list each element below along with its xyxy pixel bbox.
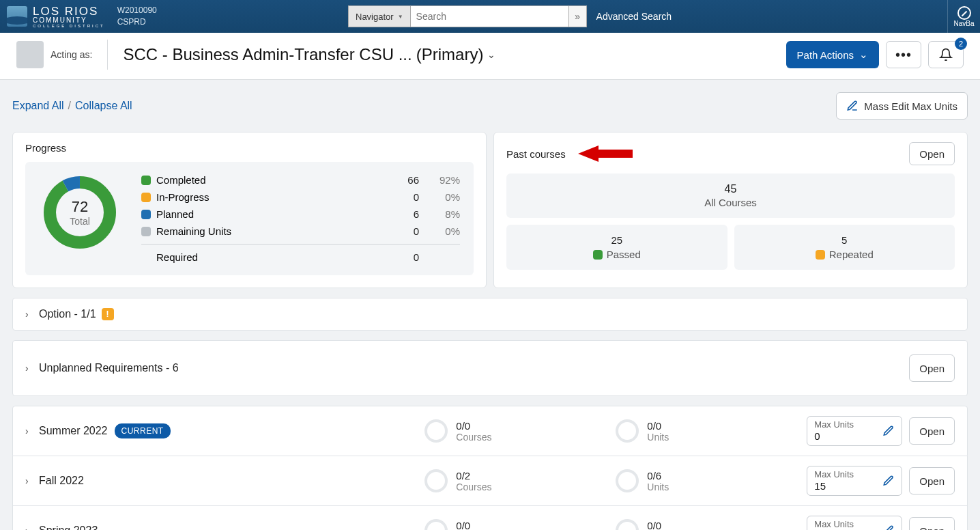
passed-label: Passed <box>607 249 641 260</box>
legend-dot-icon <box>141 176 151 185</box>
pencil-icon <box>882 525 895 530</box>
max-units-field[interactable]: Max Units0 <box>807 416 902 446</box>
section-option-title: Option - 1/1 <box>39 308 96 320</box>
legend-dot-icon <box>816 250 825 260</box>
chevron-right-icon: › <box>25 309 39 320</box>
progress-row-remaining: Remaining Units 0 0% <box>141 223 460 240</box>
past-courses-open-button[interactable]: Open <box>909 142 955 165</box>
progress-row-inprogress: In-Progress 0 0% <box>141 189 460 206</box>
advanced-search-link[interactable]: Advanced Search <box>596 11 672 22</box>
navigator-label: Navigator <box>356 12 394 22</box>
term-units-metric: 0/6Units <box>616 469 807 492</box>
logo-line1: LOS RIOS <box>33 5 105 17</box>
past-courses-title: Past courses <box>506 148 566 160</box>
term-courses-metric: 0/2Courses <box>424 469 616 492</box>
path-actions-button[interactable]: Path Actions ⌄ <box>786 41 879 68</box>
section-option[interactable]: › Option - 1/1 ! <box>12 298 968 331</box>
unplanned-open-button[interactable]: Open <box>909 354 955 382</box>
global-search-input[interactable] <box>411 5 569 27</box>
progress-row-completed: Completed 66 92% <box>141 171 460 189</box>
svg-marker-3 <box>578 145 633 162</box>
chevron-right-icon: › <box>25 475 39 486</box>
progress-circle-icon <box>424 419 448 443</box>
term-open-button[interactable]: Open <box>909 417 955 445</box>
page-title-suffix: (Primary) <box>416 45 484 64</box>
legend-dot-icon <box>141 193 151 202</box>
collapse-all-link[interactable]: Collapse All <box>75 100 132 112</box>
past-courses-repeated-tile[interactable]: 5 Repeated <box>734 225 955 270</box>
caret-down-icon: ▼ <box>398 14 403 20</box>
progress-circle-icon <box>616 419 639 443</box>
donut-total-value: 72 <box>70 198 90 216</box>
legend-dot-icon <box>141 210 151 219</box>
global-topbar: LOS RIOS COMMUNITY COLLEGE DISTRICT W201… <box>0 0 980 33</box>
progress-card: Progress 72 Total Compl <box>12 132 487 288</box>
logo-mark-icon <box>7 6 27 27</box>
chevron-right-icon: › <box>25 426 39 436</box>
past-courses-card: Past courses Open 45 All Courses 25 Pass… <box>493 132 968 288</box>
bell-icon <box>939 48 953 61</box>
max-units-field[interactable]: Max Units15 <box>807 466 902 496</box>
callout-arrow-icon <box>578 144 633 163</box>
brand-logo: LOS RIOS COMMUNITY COLLEGE DISTRICT <box>0 5 105 28</box>
all-courses-count: 45 <box>516 183 945 195</box>
logo-line2: COMMUNITY <box>33 17 105 24</box>
term-row-fall-2022[interactable]: › Fall 2022 0/2Courses 0/6Units Max Unit… <box>12 456 968 506</box>
mass-edit-label: Mass Edit Max Units <box>864 100 957 112</box>
avatar <box>16 41 44 68</box>
term-row-summer-2022[interactable]: › Summer 2022 CURRENT 0/0Courses 0/0Unit… <box>12 406 968 456</box>
warning-badge-icon: ! <box>102 308 114 320</box>
expand-all-link[interactable]: Expand All <box>12 100 64 112</box>
pencil-icon <box>882 425 895 437</box>
progress-circle-icon <box>616 469 639 492</box>
term-courses-metric: 0/0Courses <box>424 519 616 530</box>
term-row-spring-2023[interactable]: › Spring 2023 0/0Courses 0/0Units Max Un… <box>12 506 968 530</box>
env-code: W2010090 <box>117 5 157 16</box>
pencil-icon <box>882 475 895 487</box>
logo-line3: COLLEGE DISTRICT <box>33 24 105 28</box>
toolbar-row: Expand All / Collapse All Mass Edit Max … <box>12 92 968 120</box>
progress-row-required: Required 0 <box>141 244 460 266</box>
acting-as-label: Acting as: <box>51 49 92 61</box>
repeated-count: 5 <box>744 234 946 246</box>
navigator-button[interactable]: Navigator ▼ <box>348 5 411 27</box>
progress-circle-icon <box>424 519 448 530</box>
progress-circle-icon <box>424 469 448 492</box>
all-courses-label: All Courses <box>516 197 945 208</box>
section-unplanned-title: Unplanned Requirements - 6 <box>39 362 179 374</box>
chevrons-right-icon: » <box>575 11 580 22</box>
legend-dot-icon <box>141 227 151 236</box>
max-units-field[interactable]: Max Units15 <box>807 516 902 530</box>
notifications-button[interactable]: 2 <box>928 41 964 68</box>
past-courses-all-tile[interactable]: 45 All Courses <box>506 173 955 218</box>
navbar-toggle-button[interactable]: NavBa <box>947 0 980 33</box>
search-go-button[interactable]: » <box>569 5 587 27</box>
notification-badge: 2 <box>955 38 967 50</box>
term-name: Spring 2023 <box>39 525 98 530</box>
page-title-dropdown[interactable]: SCC - Business Admin-Transfer CSU ... (P… <box>123 45 495 64</box>
separator: / <box>68 100 71 112</box>
environment-info: W2010090 CSPRD <box>117 5 157 28</box>
more-actions-button[interactable]: ••• <box>886 41 921 68</box>
page-header: Acting as: SCC - Business Admin-Transfer… <box>0 33 980 80</box>
mass-edit-max-units-button[interactable]: Mass Edit Max Units <box>836 92 968 120</box>
donut-total-label: Total <box>70 216 90 227</box>
term-name: Fall 2022 <box>39 475 84 487</box>
section-unplanned[interactable]: › Unplanned Requirements - 6 Open <box>12 340 968 396</box>
passed-count: 25 <box>516 234 718 246</box>
pencil-icon <box>846 100 859 112</box>
term-open-button[interactable]: Open <box>909 467 955 494</box>
term-open-button[interactable]: Open <box>909 517 955 530</box>
past-courses-passed-tile[interactable]: 25 Passed <box>506 225 727 270</box>
term-units-metric: 0/0Units <box>616 519 807 530</box>
repeated-label: Repeated <box>829 249 874 260</box>
chevron-down-icon: ⌄ <box>859 48 868 61</box>
current-badge: CURRENT <box>115 423 171 438</box>
chevron-right-icon: › <box>25 363 39 374</box>
progress-donut-chart: 72 Total <box>39 171 121 253</box>
navbar-label: NavBa <box>953 20 974 27</box>
path-actions-label: Path Actions <box>797 49 854 61</box>
progress-row-planned: Planned 6 8% <box>141 206 460 223</box>
chevron-right-icon: › <box>25 525 39 530</box>
divider <box>107 40 108 70</box>
